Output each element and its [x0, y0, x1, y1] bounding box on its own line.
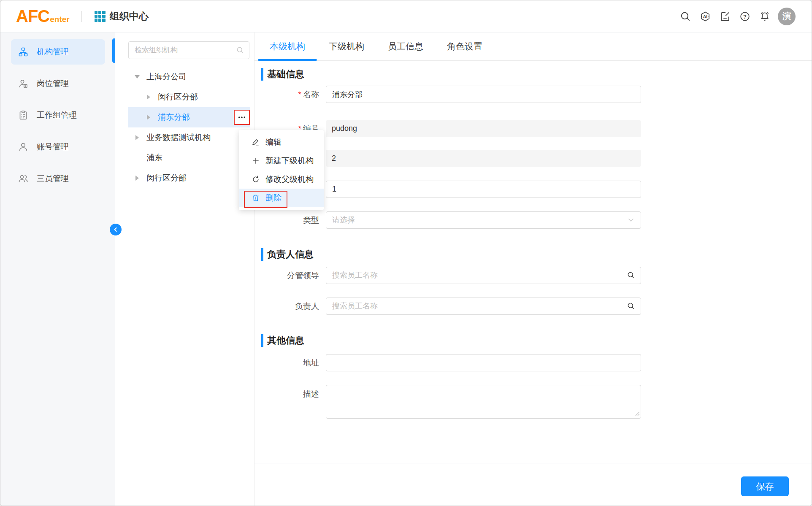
app-window: AFC enter 组织中心 AI — [0, 0, 812, 506]
field-label: 分管领导 — [287, 271, 319, 280]
search-icon — [236, 46, 244, 54]
search-icon[interactable] — [680, 11, 691, 22]
tree-node-label: 上海分公司 — [146, 71, 187, 82]
section-basic-info: 基础信息 — [261, 68, 812, 81]
menu-item-label: 删除 — [265, 192, 281, 203]
page-title: 组织中心 — [110, 10, 149, 23]
tree-node[interactable]: 闵行区分部 — [128, 87, 250, 107]
caret-right-icon[interactable] — [147, 115, 150, 120]
section-leader-info: 负责人信息 — [261, 248, 812, 261]
caret-right-icon[interactable] — [135, 135, 139, 140]
sidebar-item-label: 工作组管理 — [37, 110, 77, 121]
sidebar-item-label: 账号管理 — [37, 141, 69, 152]
logo-suffix-text: enter — [50, 15, 69, 24]
menu-item-label: 新建下级机构 — [265, 155, 314, 166]
tree-node[interactable]: 闵行区分部 — [128, 168, 250, 188]
app-grid-icon[interactable] — [95, 11, 106, 22]
more-actions-button[interactable] — [234, 110, 250, 125]
form-row-name: *名称 — [254, 86, 812, 103]
tree-search — [128, 41, 249, 59]
sidebar: 机构管理 岗位管理 — [0, 32, 115, 506]
required-asterisk: * — [298, 90, 301, 99]
level-input — [326, 150, 641, 167]
tab-sub-org[interactable]: 下级机构 — [317, 32, 376, 60]
save-button[interactable]: 保存 — [741, 476, 789, 496]
refresh-icon — [252, 175, 260, 184]
people-icon — [18, 173, 28, 184]
tab-employee-info[interactable]: 员工信息 — [376, 32, 435, 60]
org-chart-icon — [18, 47, 28, 57]
form-row-hidden-2 — [254, 181, 812, 198]
sidebar-item-workgroup-management[interactable]: 工作组管理 — [11, 103, 105, 128]
note-edit-icon[interactable] — [720, 11, 731, 22]
menu-item-label: 修改父级机构 — [265, 174, 314, 185]
tree-node[interactable]: 浦东 — [128, 148, 250, 168]
person-icon — [18, 142, 28, 152]
tree-node-context-menu: 编辑 新建下级机构 修改父级机构 — [239, 130, 324, 210]
sidebar-item-admin-management[interactable]: 三员管理 — [11, 166, 105, 191]
leader-search-input[interactable] — [326, 298, 641, 315]
tab-current-org[interactable]: 本级机构 — [258, 32, 317, 60]
trash-icon — [252, 194, 260, 202]
header-actions: AI ? — [671, 8, 796, 25]
header-divider — [81, 11, 82, 22]
sidebar-item-label: 岗位管理 — [37, 78, 69, 89]
form-row-supervisor: 分管领导 — [254, 267, 812, 284]
menu-item-delete[interactable]: 删除 — [239, 189, 324, 207]
field-label: 负责人 — [295, 302, 319, 311]
type-select[interactable] — [326, 211, 641, 229]
form-row-code: *编号 — [254, 120, 812, 137]
tree-node[interactable]: 上海分公司 — [128, 67, 250, 87]
sidebar-item-account-management[interactable]: 账号管理 — [11, 134, 105, 160]
header: AFC enter 组织中心 AI — [0, 0, 812, 32]
sidebar-item-position-management[interactable]: 岗位管理 — [11, 71, 105, 96]
org-tree: 上海分公司 闵行区分部 浦东分部 业务数据测试机构 浦东 — [115, 67, 254, 188]
form-area: 基础信息 *名称 *编号 — [254, 61, 812, 463]
menu-item-edit[interactable]: 编辑 — [239, 133, 324, 152]
ai-assistant-icon[interactable]: AI — [700, 11, 711, 22]
tree-node[interactable]: 业务数据测试机构 — [128, 127, 250, 148]
field-label: 地址 — [303, 358, 319, 367]
pencil-icon — [252, 138, 260, 146]
field-label: 描述 — [303, 390, 319, 398]
menu-item-change-parent-org[interactable]: 修改父级机构 — [239, 170, 324, 189]
menu-item-new-sub-org[interactable]: 新建下级机构 — [239, 152, 324, 170]
form-row-description: 描述 — [254, 385, 812, 420]
section-other-info: 其他信息 — [261, 334, 812, 347]
plus-icon — [252, 157, 260, 165]
person-badge-icon — [18, 78, 28, 89]
sidebar-item-org-management[interactable]: 机构管理 — [11, 39, 105, 65]
svg-text:AI: AI — [703, 14, 707, 19]
field-label: 名称 — [303, 90, 319, 99]
search-icon[interactable] — [627, 302, 635, 312]
tree-node-selected[interactable]: 浦东分部 — [128, 107, 250, 127]
clipboard-icon — [18, 110, 28, 120]
org-search-input[interactable] — [128, 41, 249, 59]
sort-input[interactable] — [326, 181, 641, 198]
tree-node-label: 闵行区分部 — [158, 92, 198, 103]
org-tree-panel: 上海分公司 闵行区分部 浦东分部 业务数据测试机构 浦东 — [115, 32, 254, 506]
collapse-panel-button[interactable] — [110, 224, 122, 235]
tab-role-settings[interactable]: 角色设置 — [435, 32, 494, 60]
menu-item-label: 编辑 — [265, 137, 281, 148]
form-row-leader: 负责人 — [254, 298, 812, 315]
search-icon[interactable] — [627, 271, 635, 281]
caret-right-icon[interactable] — [135, 176, 139, 181]
form-row-hidden-1 — [254, 150, 812, 167]
tab-bar: 本级机构 下级机构 员工信息 角色设置 — [254, 32, 812, 61]
name-input[interactable] — [326, 86, 641, 103]
bell-icon[interactable] — [759, 11, 770, 22]
help-icon[interactable]: ? — [739, 11, 750, 22]
caret-down-icon[interactable] — [135, 75, 140, 78]
address-input[interactable] — [326, 354, 641, 371]
supervisor-search-input[interactable] — [326, 267, 641, 284]
tree-node-label: 业务数据测试机构 — [146, 132, 211, 143]
caret-right-icon[interactable] — [147, 95, 150, 100]
code-input — [326, 120, 641, 137]
afc-logo[interactable]: AFC enter — [16, 7, 70, 26]
description-textarea[interactable] — [326, 385, 641, 419]
sidebar-item-label: 机构管理 — [37, 46, 69, 57]
svg-text:?: ? — [743, 13, 747, 19]
sidebar-item-label: 三员管理 — [37, 173, 69, 184]
user-avatar[interactable]: 演 — [778, 8, 796, 25]
